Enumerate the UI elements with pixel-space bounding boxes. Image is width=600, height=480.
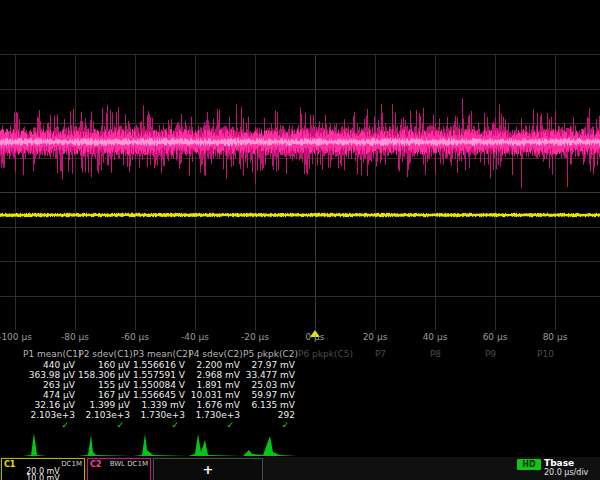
histicon-p4[interactable] [188, 430, 243, 457]
time-label: -80 µs [45, 332, 105, 342]
measure-status-check: ✓ [78, 420, 133, 430]
histicon-p5[interactable] [243, 430, 298, 457]
time-label: 60 µs [465, 332, 525, 342]
measure-header[interactable]: P7 [353, 348, 408, 360]
measure-value [353, 390, 408, 400]
c1-descriptor-box[interactable]: C1 DC1M 20.0 mV 10.0 mV [1, 458, 85, 480]
measure-value: 59.97 mV [243, 390, 298, 400]
measure-value: 155 µV [78, 380, 133, 390]
measure-value [518, 390, 573, 400]
hd-badge[interactable]: HD [517, 459, 541, 470]
measure-value: 1.676 mV [188, 400, 243, 410]
c1-offset: 10.0 mV [4, 475, 82, 480]
measure-value: 440 µV [23, 360, 78, 370]
measure-value [353, 370, 408, 380]
measure-header[interactable]: P1 mean(C1) [23, 348, 78, 360]
measure-value [463, 380, 518, 390]
time-label: -40 µs [165, 332, 225, 342]
c2-label: C2 [90, 460, 101, 469]
measure-value [408, 400, 463, 410]
time-label: 40 µs [405, 332, 465, 342]
measure-value [298, 410, 353, 420]
waveform-display[interactable] [0, 0, 600, 330]
measure-header[interactable]: P10 [518, 348, 573, 360]
measure-value: 2.968 mV [188, 370, 243, 380]
time-label: -60 µs [105, 332, 165, 342]
measure-value: 33.477 mV [243, 370, 298, 380]
measure-value [408, 360, 463, 370]
tbase-label: Tbase [544, 458, 600, 468]
tbase-scale: 20.0 µs/div [544, 468, 600, 478]
histogram-shape [23, 433, 77, 456]
histicon-p2[interactable] [78, 430, 133, 457]
measure-value: 363.98 µV [23, 370, 78, 380]
measure-value [518, 370, 573, 380]
plus-icon: + [156, 460, 260, 480]
tbase-box[interactable]: Tbase 20.0 µs/div [544, 458, 600, 480]
time-axis: -100 µs-80 µs-60 µs-40 µs-20 µs0 µs20 µs… [0, 332, 600, 346]
measure-value: 1.730e+3 [133, 410, 188, 420]
measure-value: 2.103e+3 [78, 410, 133, 420]
measure-value: 1.556616 V [133, 360, 188, 370]
measure-value: 1.556645 V [133, 390, 188, 400]
measure-value [518, 400, 573, 410]
measure-header[interactable]: P5 pkpk(C2) [243, 348, 298, 360]
measure-header[interactable]: P4 sdev(C2) [188, 348, 243, 360]
histicon-row [0, 430, 600, 458]
measure-value [353, 400, 408, 410]
measure-header[interactable]: P6 pkpk(C5) [298, 348, 353, 360]
measure-table[interactable]: P1 mean(C1)P2 sdev(C1)P3 mean(C2)P4 sdev… [23, 348, 573, 430]
measure-value: 263 µV [23, 380, 78, 390]
measure-value: 2.200 mV [188, 360, 243, 370]
time-label: 20 µs [345, 332, 405, 342]
measure-status-check: ✓ [188, 420, 243, 430]
measure-value [518, 410, 573, 420]
c2-info: BWL DC1M [110, 460, 148, 468]
measure-value [518, 360, 573, 370]
add-trace-button[interactable]: + [153, 458, 263, 480]
time-label: 0 µs [285, 332, 345, 342]
measure-value [463, 410, 518, 420]
measure-value: 292 [243, 410, 298, 420]
measure-value [353, 360, 408, 370]
measure-status-check: ✓ [243, 420, 298, 430]
measure-value: 6.135 mV [243, 400, 298, 410]
histogram-shape [188, 434, 242, 456]
measure-value: 10.031 mV [188, 390, 243, 400]
histicon-p1[interactable] [23, 430, 78, 457]
measure-value [463, 370, 518, 380]
measure-header[interactable]: P2 sdev(C1) [78, 348, 133, 360]
c2-descriptor-box[interactable]: C2 BWL DC1M [87, 458, 151, 480]
measure-value [518, 380, 573, 390]
histicon-p3[interactable] [133, 430, 188, 457]
measure-value: 1.339 mV [133, 400, 188, 410]
measure-status-check [353, 420, 408, 430]
c1-coupling: DC1M [61, 460, 82, 468]
measure-header[interactable]: P8 [408, 348, 463, 360]
measure-value: 27.97 mV [243, 360, 298, 370]
measure-header[interactable]: P9 [463, 348, 518, 360]
measure-value [298, 360, 353, 370]
measure-value: 474 µV [23, 390, 78, 400]
measure-value: 1.730e+3 [188, 410, 243, 420]
measure-value: 32.16 µV [23, 400, 78, 410]
measure-value: 2.103e+3 [23, 410, 78, 420]
histogram-shape [133, 434, 187, 456]
measure-value: 160 µV [78, 360, 133, 370]
measure-value [298, 370, 353, 380]
measure-value [353, 380, 408, 390]
time-label: 80 µs [525, 332, 585, 342]
histogram-shape [78, 435, 132, 456]
measure-status-check [518, 420, 573, 430]
oscilloscope-screen: C2 DC1M -100 µs-80 µs-60 µs-40 µs-20 µs0… [0, 0, 600, 480]
measure-header[interactable]: P3 mean(C2) [133, 348, 188, 360]
measure-value [298, 390, 353, 400]
measure-value [408, 410, 463, 420]
bottom-bar: C1 DC1M 20.0 mV 10.0 mV C2 BWL DC1M + [0, 457, 600, 480]
measure-value: 1.891 mV [188, 380, 243, 390]
histogram-shape [243, 436, 297, 456]
measure-status-check [298, 420, 353, 430]
measure-value: 1.399 µV [78, 400, 133, 410]
measure-value: 158.306 µV [78, 370, 133, 380]
measure-value [353, 410, 408, 420]
